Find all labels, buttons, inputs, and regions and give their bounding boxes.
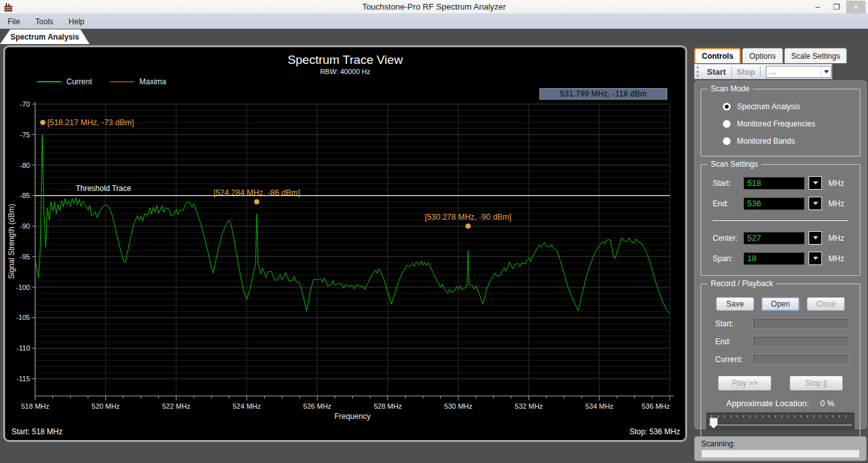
close-button[interactable]: Close bbox=[807, 297, 845, 311]
playback-end-field[interactable] bbox=[752, 336, 849, 347]
center-frequency-input[interactable] bbox=[743, 232, 805, 245]
x-tick-label: 532 MHz bbox=[515, 402, 543, 410]
stop-frequency-label: Stop: 536 MHz bbox=[630, 427, 680, 436]
span-input[interactable] bbox=[743, 252, 805, 265]
radio-spectrum-analysis[interactable]: Spectrum Analysis bbox=[723, 102, 860, 111]
control-panel-tabs: Controls Options Scale Settings bbox=[694, 48, 848, 63]
menu-file[interactable]: File bbox=[0, 15, 27, 28]
control-panel: Controls Options Scale Settings Start St… bbox=[694, 48, 867, 429]
window-title: Touchstone-Pro RF Spectrum Analyzer bbox=[0, 2, 868, 11]
y-axis-title: Signal Strength (dBm) bbox=[7, 204, 16, 279]
y-tick-label: -95 bbox=[20, 253, 30, 261]
center-frequency-row: Center: MHz bbox=[713, 231, 860, 245]
chevron-down-icon bbox=[813, 257, 818, 260]
preset-combobox[interactable]: ... bbox=[766, 66, 832, 78]
record-playback-group: Record / Playback Save Open Close Start:… bbox=[701, 284, 860, 437]
playback-start-field[interactable] bbox=[752, 318, 849, 329]
slider-groove bbox=[709, 425, 852, 425]
y-tick-label: -70 bbox=[20, 100, 30, 108]
start-frequency-row: Start: MHz bbox=[713, 176, 860, 190]
playback-start-row: Start: bbox=[715, 318, 860, 329]
scanning-status-panel: Scanning: bbox=[694, 436, 867, 461]
save-button[interactable]: Save bbox=[716, 297, 754, 311]
y-tick-label: -115 bbox=[17, 375, 30, 383]
x-tick-label: 526 MHz bbox=[303, 402, 331, 410]
x-tick-label: 518 MHz bbox=[21, 402, 49, 410]
playback-end-row: End: bbox=[715, 336, 860, 347]
radio-icon[interactable] bbox=[723, 103, 731, 110]
radio-label: Monitored Bands bbox=[737, 137, 795, 146]
unit-label: MHz bbox=[828, 199, 844, 208]
menu-tools[interactable]: Tools bbox=[27, 15, 61, 28]
preset-value: ... bbox=[766, 67, 821, 76]
y-tick-label: -100 bbox=[16, 284, 30, 291]
x-tick-label: 534 MHz bbox=[585, 402, 614, 410]
stop-scan-button[interactable]: Stop bbox=[732, 67, 761, 77]
plot-root: -70-75-80-85-90-95-100-105-110-115518 MH… bbox=[7, 100, 674, 421]
annotation-marker bbox=[465, 224, 470, 229]
y-tick-label: -105 bbox=[16, 314, 30, 321]
controls-tab-body: Scan Mode Spectrum Analysis Monitored Fr… bbox=[694, 80, 867, 429]
playback-position-slider[interactable] bbox=[706, 413, 855, 430]
scan-toolbar: Start Stop ... bbox=[694, 64, 832, 79]
start-scan-button[interactable]: Start bbox=[702, 67, 731, 77]
x-axis-title: Frequency bbox=[334, 412, 371, 421]
unit-label: MHz bbox=[828, 179, 844, 188]
playback-current-field[interactable] bbox=[752, 354, 849, 365]
tab-spectrum-analysis[interactable]: Spectrum Analysis bbox=[0, 29, 89, 44]
annotation-marker bbox=[254, 199, 260, 204]
radio-icon[interactable] bbox=[723, 137, 731, 145]
chevron-down-icon bbox=[813, 202, 818, 205]
scanning-label: Scanning: bbox=[701, 439, 860, 448]
end-frequency-row: End: MHz bbox=[713, 197, 860, 210]
playback-current-row: Current: bbox=[715, 354, 860, 365]
scan-mode-group: Scan Mode Spectrum Analysis Monitored Fr… bbox=[701, 89, 860, 156]
open-button[interactable]: Open bbox=[761, 297, 800, 311]
start-frequency-dropdown[interactable] bbox=[809, 176, 822, 190]
center-frequency-dropdown[interactable] bbox=[809, 231, 822, 245]
field-label: Start: bbox=[715, 319, 752, 328]
x-tick-label: 536 MHz bbox=[642, 402, 670, 410]
radio-monitored-bands[interactable]: Monitored Bands bbox=[723, 137, 860, 146]
preset-dropdown-button[interactable] bbox=[821, 66, 831, 77]
annotation-label: [530.278 MHz, -90 dBm] bbox=[425, 213, 511, 222]
menu-help[interactable]: Help bbox=[61, 15, 92, 28]
x-tick-label: 524 MHz bbox=[233, 402, 261, 410]
playback-stop-button[interactable]: Stop || bbox=[789, 376, 843, 391]
annotation-marker bbox=[40, 120, 45, 125]
end-frequency-dropdown[interactable] bbox=[809, 197, 822, 210]
unit-label: MHz bbox=[828, 254, 844, 263]
field-label: Current: bbox=[715, 355, 752, 364]
radio-icon[interactable] bbox=[723, 120, 731, 128]
x-tick-label: 530 MHz bbox=[444, 402, 472, 410]
scanning-progress-bar bbox=[701, 450, 860, 458]
span-row: Span: MHz bbox=[713, 252, 860, 265]
radio-monitored-frequencies[interactable]: Monitored Frequencies bbox=[723, 119, 860, 128]
tab-scale-settings[interactable]: Scale Settings bbox=[784, 48, 848, 63]
start-frequency-input[interactable] bbox=[743, 177, 805, 190]
start-frequency-label: Start: 518 MHz bbox=[12, 427, 63, 436]
slider-thumb[interactable] bbox=[709, 418, 718, 429]
field-label: End: bbox=[715, 337, 752, 346]
x-tick-label: 528 MHz bbox=[374, 402, 402, 410]
end-frequency-input[interactable] bbox=[743, 197, 805, 210]
tab-strip: Spectrum Analysis bbox=[0, 29, 868, 44]
y-tick-label: -80 bbox=[20, 162, 30, 169]
minimize-icon[interactable]: – bbox=[808, 1, 827, 13]
span-dropdown[interactable] bbox=[809, 252, 822, 265]
tab-controls[interactable]: Controls bbox=[694, 48, 741, 63]
toolbar-separator bbox=[760, 66, 761, 77]
approximate-location: Approximate Location: 0 % bbox=[701, 398, 860, 408]
toolbar-grip-icon bbox=[697, 66, 699, 77]
scan-settings-title: Scan Settings bbox=[708, 160, 761, 169]
chevron-down-icon bbox=[813, 181, 818, 185]
chevron-down-icon bbox=[813, 236, 818, 239]
annotation-label: [524.284 MHz, -86 dBm] bbox=[213, 188, 300, 197]
threshold-trace-label: Threshold Trace bbox=[75, 184, 131, 193]
tab-options[interactable]: Options bbox=[742, 48, 782, 63]
play-button[interactable]: Play >> bbox=[718, 376, 771, 391]
restore-icon[interactable]: ❐ bbox=[827, 1, 846, 13]
x-tick-label: 520 MHz bbox=[91, 402, 120, 410]
close-icon[interactable]: ✕ bbox=[846, 1, 865, 13]
scan-settings-group: Scan Settings Start: MHz End: MHz Center… bbox=[701, 164, 860, 276]
